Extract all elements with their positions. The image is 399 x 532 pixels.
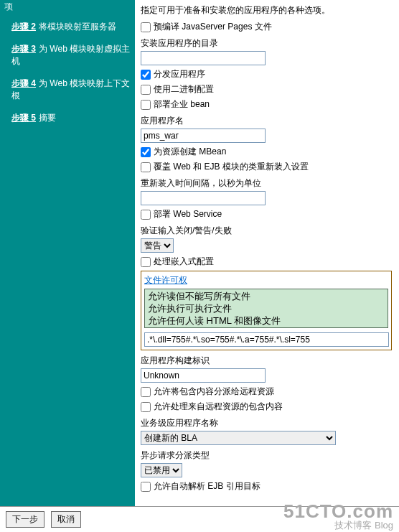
- reload-label: 重新装入时间间隔，以秒为单位: [141, 177, 392, 190]
- watermark: 51CTO.com 技术博客 Blog: [283, 503, 393, 532]
- async-label: 异步请求分派类型: [141, 449, 392, 462]
- perm-line-3: 允许任何人读 HTML 和图像文件: [148, 314, 385, 327]
- perm-line-2: 允许执行可执行文件: [148, 302, 385, 314]
- use-binary-checkbox[interactable]: [141, 85, 151, 95]
- allow-include-label: 允许将包含内容分派给远程资源: [154, 386, 274, 398]
- app-name-input[interactable]: [141, 129, 266, 143]
- bla-label: 业务级应用程序名称: [141, 417, 392, 429]
- distribute-label: 分发应用程序: [154, 68, 205, 80]
- watermark-big: 51CTO.com: [283, 503, 393, 519]
- step-3-link[interactable]: 步骤 3: [11, 44, 36, 54]
- step-2-link[interactable]: 步骤 2: [11, 22, 36, 32]
- use-binary-label: 使用二进制配置: [154, 83, 214, 95]
- precompile-checkbox[interactable]: [141, 22, 151, 32]
- allow-process-checkbox[interactable]: [141, 402, 151, 412]
- install-dir-label: 安装应用程序的目录: [141, 37, 392, 50]
- step-2-desc: 将模块映射至服务器: [39, 22, 116, 32]
- footer: 下一步 取消 51CTO.com 技术博客 Blog: [0, 506, 399, 532]
- bla-select[interactable]: 创建新的 BLA: [141, 431, 336, 445]
- cancel-button[interactable]: 取消: [51, 511, 81, 528]
- override-checkbox[interactable]: [141, 162, 151, 172]
- reload-input[interactable]: [141, 191, 266, 205]
- app-name-label: 应用程序名: [141, 115, 392, 127]
- distribute-checkbox[interactable]: [141, 70, 151, 80]
- wizard-sidebar: 项 步骤 2将模块映射至服务器 步骤 3为 Web 模块映射虚拟主机 步骤 4为…: [0, 0, 135, 506]
- create-mbean-label: 为资源创建 MBean: [154, 146, 226, 158]
- file-permissions-group: 文件许可权 允许读但不能写所有文件 允许执行可执行文件 允许任何人读 HTML …: [141, 271, 392, 350]
- step-4-link[interactable]: 步骤 4: [11, 78, 36, 88]
- embedded-label: 处理嵌入式配置: [154, 256, 214, 268]
- embedded-checkbox[interactable]: [141, 257, 151, 267]
- install-dir-input[interactable]: [141, 51, 266, 65]
- perm-line-1: 允许读但不能写所有文件: [148, 290, 385, 302]
- deploy-ws-checkbox[interactable]: [141, 210, 151, 220]
- auto-resolve-label: 允许自动解析 EJB 引用目标: [154, 480, 260, 493]
- build-id-label: 应用程序构建标识: [141, 355, 392, 367]
- validate-select[interactable]: 警告: [141, 238, 174, 253]
- main-panel: 指定可用于准备和安装您的应用程序的各种选项。 预编译 JavaServer Pa…: [135, 0, 399, 506]
- validate-label: 验证输入关闭/警告/失败: [141, 225, 392, 237]
- allow-include-checkbox[interactable]: [141, 387, 151, 397]
- deploy-ejb-checkbox[interactable]: [141, 100, 151, 110]
- create-mbean-checkbox[interactable]: [141, 147, 151, 157]
- step-5-desc: 摘要: [39, 113, 56, 123]
- sidebar-header: 项: [4, 1, 131, 13]
- permissions-input[interactable]: [144, 332, 389, 347]
- precompile-label: 预编译 JavaServer Pages 文件: [154, 21, 272, 33]
- permissions-listbox[interactable]: 允许读但不能写所有文件 允许执行可执行文件 允许任何人读 HTML 和图像文件: [144, 289, 388, 328]
- allow-process-label: 允许处理来自远程资源的包含内容: [154, 401, 283, 413]
- auto-resolve-checkbox[interactable]: [141, 482, 151, 492]
- override-label: 覆盖 Web 和 EJB 模块的类重新装入设置: [154, 161, 309, 173]
- step-5-link[interactable]: 步骤 5: [11, 113, 36, 123]
- deploy-ws-label: 部署 Web Service: [154, 208, 222, 220]
- deploy-ejb-label: 部署企业 bean: [154, 98, 210, 111]
- file-permissions-title[interactable]: 文件许可权: [144, 274, 388, 286]
- async-select[interactable]: 已禁用: [141, 463, 182, 477]
- build-id-input[interactable]: [141, 368, 266, 383]
- intro-text: 指定可用于准备和安装您的应用程序的各种选项。: [141, 4, 392, 17]
- next-button[interactable]: 下一步: [6, 511, 44, 528]
